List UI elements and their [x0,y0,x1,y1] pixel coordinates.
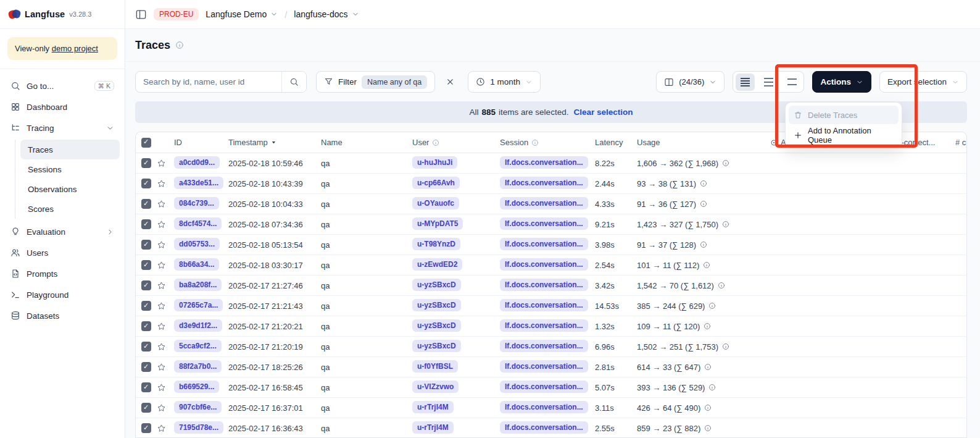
star-icon[interactable] [157,281,174,290]
trace-id-badge[interactable]: ba8a208f... [174,279,222,291]
search-button[interactable] [281,72,306,92]
star-icon[interactable] [157,200,174,209]
info-icon[interactable] [722,221,729,228]
trace-id-badge[interactable]: 8dcf4574... [174,217,222,230]
sidebar-toggle-icon[interactable] [135,9,147,20]
user-badge[interactable]: u-T98YnzD [412,238,460,250]
info-icon[interactable] [722,159,729,167]
session-badge[interactable]: lf.docs.conversation... [500,319,588,332]
user-badge[interactable]: u-rTrjI4M [412,401,454,413]
clear-filter-button[interactable] [443,71,457,93]
sidebar-item-traces[interactable]: Traces [20,140,120,159]
trace-id-badge[interactable]: 07265c7a... [174,299,223,311]
row-checkbox[interactable] [141,382,151,392]
info-icon[interactable] [704,424,712,432]
info-icon[interactable] [708,384,716,391]
star-icon[interactable] [157,342,174,352]
header-latency[interactable]: Latency [595,138,637,147]
star-icon[interactable] [157,322,174,331]
search-input[interactable] [136,72,281,92]
trace-id-badge[interactable]: dd05753... [174,238,220,250]
row-checkbox[interactable] [141,423,151,433]
sidebar-item-users[interactable]: Users [5,242,120,263]
header-session[interactable]: Session [500,138,595,147]
session-badge[interactable]: lf.docs.conversation... [500,258,588,271]
header-id[interactable]: ID [174,138,228,147]
row-height-small-button[interactable] [733,72,757,92]
trace-id-badge[interactable]: 88f2a7b0... [174,360,222,373]
timerange-button[interactable]: 1 month [468,71,541,93]
star-icon[interactable] [157,179,174,188]
row-height-medium-button[interactable] [757,72,780,92]
session-badge[interactable]: lf.docs.conversation... [500,299,588,311]
user-badge[interactable]: u-yzSBxcD [412,340,461,352]
star-icon[interactable] [157,220,174,229]
info-icon[interactable] [718,282,725,289]
row-height-large-button[interactable] [780,72,804,92]
export-selection-button[interactable]: Export selection [879,71,967,93]
trace-id-badge[interactable]: a433de51... [174,177,223,189]
info-icon[interactable] [700,180,707,187]
user-badge[interactable]: u-rTrjI4M [412,421,454,434]
session-badge[interactable]: lf.docs.conversation... [500,381,588,393]
trace-id-badge[interactable]: 084c739... [174,197,219,209]
info-icon[interactable] [175,41,184,49]
session-badge[interactable]: lf.docs.conversation... [500,156,588,169]
session-badge[interactable]: lf.docs.conversation... [500,238,588,250]
session-badge[interactable]: lf.docs.conversation... [500,421,588,434]
trace-id-badge[interactable]: 8b66a34... [174,258,219,271]
filter-button[interactable]: Filter Name any of qa [316,71,435,93]
header-usage[interactable]: Usage [637,138,770,147]
row-checkbox[interactable] [141,403,151,413]
header-name[interactable]: Name [321,138,412,147]
header-timestamp[interactable]: Timestamp [228,138,321,147]
row-checkbox[interactable] [141,280,151,290]
star-icon[interactable] [157,403,174,413]
row-checkbox[interactable] [141,362,151,372]
sidebar-item-prompts[interactable]: Prompts [5,263,120,284]
sidebar-item-sessions[interactable]: Sessions [20,159,120,179]
info-icon[interactable] [708,302,716,310]
user-badge[interactable]: u-OYauofc [412,197,459,209]
sidebar-item-tracing[interactable]: Tracing [5,117,120,138]
info-icon[interactable] [700,200,707,208]
star-icon[interactable] [157,240,174,250]
session-badge[interactable]: lf.docs.conversation... [500,197,588,209]
row-checkbox[interactable] [141,199,151,209]
star-icon[interactable] [157,159,174,168]
user-badge[interactable]: u-MYpDAT5 [412,217,463,230]
session-badge[interactable]: lf.docs.conversation... [500,217,588,230]
org-switcher[interactable]: Langfuse Demo [206,9,278,19]
user-badge[interactable]: u-f0YfBSL [412,360,458,373]
select-all-checkbox[interactable] [141,138,151,148]
info-icon[interactable] [703,261,710,269]
trace-id-badge[interactable]: b669529... [174,381,219,393]
user-badge[interactable]: u-VIZzvwo [412,381,459,393]
row-checkbox[interactable] [141,219,151,229]
menu-item-add-to-annotation-queue[interactable]: Add to Annotation Queue [789,126,899,145]
info-icon[interactable] [704,404,712,411]
star-icon[interactable] [157,301,174,311]
session-badge[interactable]: lf.docs.conversation... [500,401,588,413]
row-checkbox[interactable] [141,342,151,352]
column-visibility-button[interactable]: (24/36) [656,71,725,93]
sidebar-item-goto[interactable]: Go to... ⌘ K [5,75,120,96]
session-badge[interactable]: lf.docs.conversation... [500,340,588,352]
trace-id-badge[interactable]: 7195d78e... [174,421,223,434]
actions-button[interactable]: Actions [812,71,871,93]
sidebar-item-observations[interactable]: Observations [20,179,120,199]
trace-id-badge[interactable]: 907cbf6e... [174,401,222,413]
header-user[interactable]: User [412,138,500,147]
session-badge[interactable]: lf.docs.conversation... [500,360,588,373]
trace-id-badge[interactable]: d3e9d1f2... [174,319,222,332]
header-score-extra[interactable]: # c... [955,138,966,147]
row-checkbox[interactable] [141,321,151,331]
user-badge[interactable]: u-huJhuJi [412,156,457,169]
session-badge[interactable]: lf.docs.conversation... [500,279,588,291]
row-checkbox[interactable] [141,158,151,168]
info-icon[interactable] [704,363,712,371]
star-icon[interactable] [157,383,174,392]
sidebar-item-scores[interactable]: Scores [20,199,120,219]
menu-item-delete-traces[interactable]: Delete Traces [789,106,899,124]
trace-id-badge[interactable]: a0cd0d9... [174,156,220,169]
